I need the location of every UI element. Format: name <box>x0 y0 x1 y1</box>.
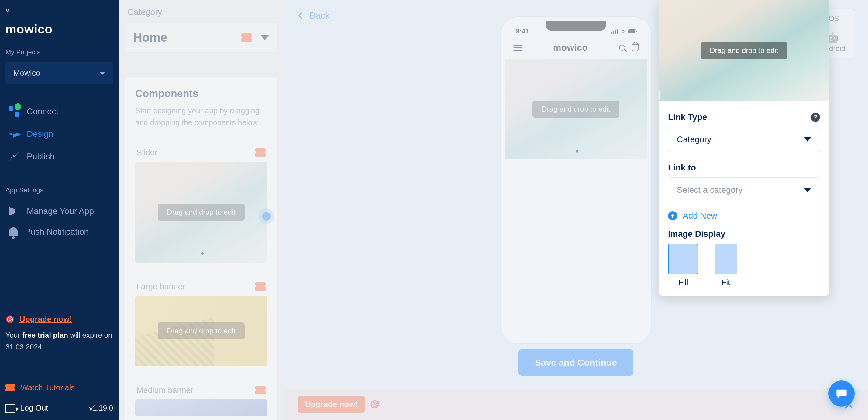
nav-connect-label: Connect <box>27 107 58 117</box>
component-large-banner[interactable]: Large banner Drag and drop to edit <box>135 282 267 366</box>
back-button[interactable]: Back <box>299 10 330 21</box>
project-select[interactable]: Mowico <box>5 62 113 85</box>
link-to-select[interactable]: Select a category <box>668 177 820 202</box>
components-title: Components <box>135 88 267 99</box>
app-settings-label: App Settings <box>5 186 113 194</box>
medium-banner-thumbnail[interactable] <box>135 399 267 416</box>
target-icon: 🎯 <box>370 400 380 409</box>
sidebar: « mowico My Projects Mowico Connect Desi… <box>0 0 119 420</box>
fit-preview <box>711 244 741 274</box>
help-icon[interactable]: ? <box>811 113 820 122</box>
bell-icon <box>9 227 18 236</box>
upgrade-now-label: Upgrade now! <box>305 400 358 409</box>
phone-time: 9:41 <box>516 27 529 35</box>
collapse-sidebar-button[interactable]: « <box>5 5 113 14</box>
publish-icon <box>9 151 20 162</box>
slider-thumbnail[interactable]: Drag and drop to edit <box>135 162 267 263</box>
category-label: Category <box>125 0 278 23</box>
ticket-icon <box>241 33 252 42</box>
chat-icon <box>835 387 848 400</box>
pagination-dot-icon <box>576 150 578 153</box>
large-banner-name: Large banner <box>136 282 185 291</box>
phone-app-header: mowico <box>505 35 647 59</box>
popover-arrow-icon <box>659 91 659 100</box>
search-icon[interactable] <box>619 45 625 51</box>
drag-prompt: Drag and drop to edit <box>701 42 787 59</box>
wifi-icon <box>620 27 626 35</box>
logout-icon <box>5 403 14 413</box>
pagination-dot-icon <box>201 252 204 255</box>
upgrade-row: 🎯 Upgrade now! <box>5 315 113 324</box>
home-card[interactable]: Home <box>125 23 278 53</box>
trial-expiry-text: Your free trial plan will expire on 31.0… <box>5 329 113 353</box>
battery-icon <box>628 30 636 33</box>
logout-button[interactable]: Log Out <box>5 403 48 413</box>
divider <box>5 177 113 177</box>
large-banner-thumbnail[interactable]: Drag and drop to edit <box>135 296 267 366</box>
hamburger-icon[interactable] <box>513 45 522 51</box>
image-display-options: Fill Fit <box>668 244 820 287</box>
check-badge-icon <box>14 103 21 110</box>
components-subtitle: Start designing your app by dragging and… <box>135 105 267 129</box>
image-display-label: Image Display <box>668 229 820 239</box>
phone-app-logo: mowico <box>553 42 588 53</box>
display-fill-option[interactable]: Fill <box>668 244 699 287</box>
watch-tutorials-label: Watch Tutorials <box>21 383 75 392</box>
design-icon <box>7 127 22 141</box>
connect-icon <box>9 106 20 117</box>
drag-prompt: Drag and drop to edit <box>532 101 619 118</box>
link-settings-popover: Drag and drop to edit Link Type ? Catego… <box>659 0 829 296</box>
slider-name: Slider <box>136 148 157 157</box>
phone-notch <box>546 21 606 31</box>
upgrade-now-button[interactable]: Upgrade now! <box>298 396 365 413</box>
megaphone-icon <box>9 207 20 216</box>
upgrade-now-link[interactable]: Upgrade now! <box>20 315 72 324</box>
add-new-button[interactable]: + Add New <box>668 211 820 221</box>
version-label: v1.19.0 <box>89 404 113 412</box>
fill-preview <box>668 244 699 274</box>
nav-publish[interactable]: Publish <box>5 145 113 168</box>
ticket-icon <box>255 386 266 394</box>
chat-fab[interactable] <box>829 381 855 407</box>
chevron-down-icon <box>260 35 269 40</box>
pulse-indicator-icon <box>262 212 271 221</box>
save-continue-button[interactable]: Save and Continue <box>519 350 633 376</box>
manage-app-link[interactable]: Manage Your App <box>5 201 113 222</box>
components-panel: Category Home Components Start designing… <box>119 0 284 420</box>
phone-preview: 9:41 mowico <box>500 17 652 344</box>
my-projects-label: My Projects <box>5 48 113 56</box>
upgrade-bar: Upgrade now! 🎯 <box>284 389 868 420</box>
component-slider[interactable]: Slider Drag and drop to edit <box>135 148 267 263</box>
ticket-icon <box>255 148 266 157</box>
popover-preview-image[interactable]: Drag and drop to edit <box>659 0 829 101</box>
link-to-placeholder: Select a category <box>677 185 742 195</box>
link-type-label: Link Type <box>668 112 707 122</box>
phone-hero-slider[interactable]: Drag and drop to edit <box>505 59 647 159</box>
drag-prompt: Drag and drop to edit <box>158 204 244 221</box>
fit-label: Fit <box>721 278 730 287</box>
link-type-select[interactable]: Category <box>668 127 820 152</box>
ticket-icon <box>5 384 15 391</box>
watch-tutorials-link[interactable]: Watch Tutorials <box>5 383 113 392</box>
divider <box>5 362 113 362</box>
chevron-down-icon <box>804 137 811 141</box>
push-notification-link[interactable]: Push Notification <box>5 222 113 242</box>
logout-row: Log Out v1.19.0 <box>5 403 113 413</box>
main-canvas: Back IOS 🤖 Android 9:41 <box>284 0 868 420</box>
link-type-value: Category <box>677 135 711 144</box>
component-medium-banner[interactable]: Medium banner <box>135 386 267 416</box>
logout-label: Log Out <box>20 403 48 413</box>
signal-icon <box>611 29 618 34</box>
chevron-left-icon <box>298 12 305 19</box>
display-fit-option[interactable]: Fit <box>711 244 741 287</box>
nav-design[interactable]: Design <box>5 123 113 145</box>
nav-connect[interactable]: Connect <box>5 100 113 123</box>
nav-design-label: Design <box>27 129 53 139</box>
fill-label: Fill <box>678 278 688 287</box>
manage-app-label: Manage Your App <box>27 206 94 216</box>
bag-icon[interactable] <box>632 44 639 51</box>
medium-banner-name: Medium banner <box>136 386 194 395</box>
link-to-label: Link to <box>668 163 820 173</box>
target-icon: 🎯 <box>5 315 14 324</box>
chevron-down-icon <box>100 72 105 75</box>
